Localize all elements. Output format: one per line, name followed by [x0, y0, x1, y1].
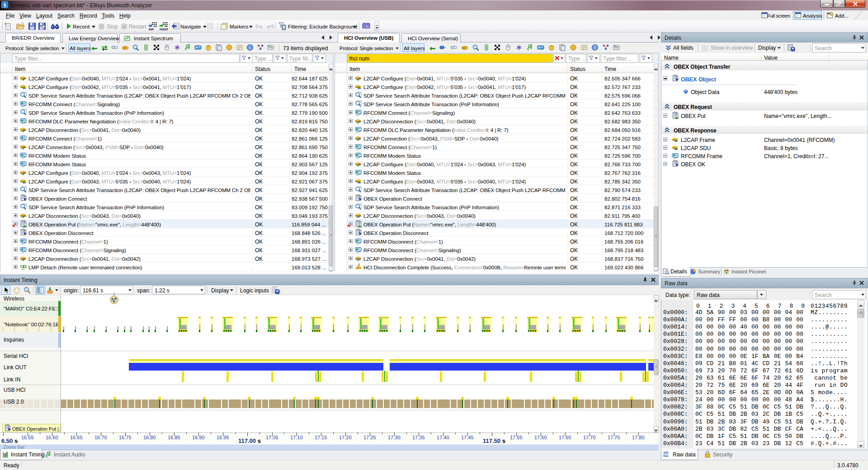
svg-text:set: set: [149, 27, 154, 31]
svg-text:reset: reset: [160, 27, 168, 31]
svg-text:?: ?: [367, 24, 369, 28]
